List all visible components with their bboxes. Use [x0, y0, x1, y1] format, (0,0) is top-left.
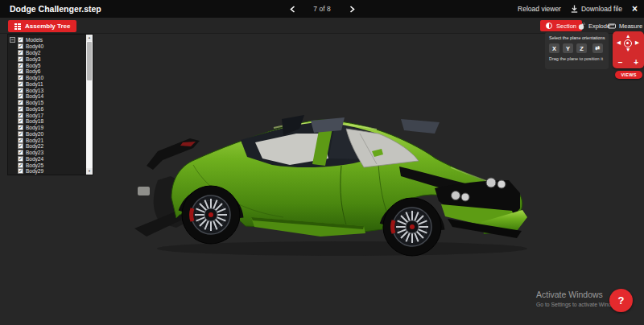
item-checkbox[interactable]: ✓: [18, 56, 23, 62]
tree-root-label: Models: [26, 37, 43, 43]
plane-panel-hint: Drag the plane to position it: [549, 56, 605, 61]
tree-item[interactable]: ✓ Body24: [18, 156, 43, 162]
tree-item[interactable]: ✓ Body29: [18, 168, 43, 175]
tree-item-label: Body3: [26, 56, 40, 62]
item-checkbox[interactable]: ✓: [18, 100, 23, 105]
tree-item-label: Body2: [26, 50, 40, 56]
assembly-tree-panel: − ✓ Models ✓ Body40 ✓ Body2: [7, 34, 93, 175]
tree-item-label: Body18: [26, 118, 43, 124]
tree-item[interactable]: ✓ Body3: [18, 56, 43, 63]
tree-item-label: Body20: [26, 131, 43, 137]
tree-item-label: Body25: [26, 162, 43, 168]
tree-item-label: Body29: [26, 168, 43, 174]
zoom-out-button[interactable]: −: [615, 59, 626, 67]
views-button[interactable]: VIEWS: [615, 71, 642, 79]
tree-item[interactable]: ✓ Body40: [18, 43, 43, 50]
item-checkbox[interactable]: ✓: [18, 118, 23, 124]
tree-item[interactable]: ✓ Body16: [18, 106, 43, 113]
tree-item-label: Body22: [26, 143, 43, 149]
tree-item[interactable]: ✓ Body17: [18, 112, 43, 118]
tree-scrollbar[interactable]: ▲ ▼: [86, 35, 93, 175]
tree-item-label: Body13: [26, 88, 43, 93]
item-checkbox[interactable]: ✓: [18, 168, 23, 174]
scroll-down-icon[interactable]: ▼: [86, 168, 93, 175]
tree-item[interactable]: ✓ Body21: [18, 137, 43, 143]
item-checkbox[interactable]: ✓: [18, 156, 23, 162]
tree-item-label: Body11: [26, 81, 43, 87]
scrollbar-thumb[interactable]: [87, 42, 92, 80]
collapse-icon[interactable]: −: [10, 37, 15, 43]
tree-item-label: Body16: [26, 106, 43, 112]
item-checkbox[interactable]: ✓: [18, 113, 23, 118]
item-checkbox[interactable]: ✓: [18, 43, 23, 49]
item-checkbox[interactable]: ✓: [18, 93, 23, 99]
help-button[interactable]: ?: [609, 289, 633, 312]
tree-item[interactable]: ✓ Body10: [18, 75, 43, 81]
view-navigation-pad: ▲ ◀ ▶ ▼ − +: [613, 31, 644, 68]
axis-button[interactable]: Z: [576, 43, 587, 53]
center-view-icon[interactable]: [624, 39, 632, 47]
section-plane-panel: Select the plane orientations X Y Z ⇄ Dr…: [545, 32, 609, 69]
tree-item[interactable]: ✓ Body18: [18, 118, 43, 125]
rotate-left-icon[interactable]: ◀: [617, 40, 621, 46]
item-checkbox[interactable]: ✓: [18, 81, 23, 87]
tree-item[interactable]: ✓ Body11: [18, 81, 43, 88]
tree-item-label: Body17: [26, 113, 43, 118]
root-checkbox[interactable]: ✓: [18, 37, 23, 43]
viewer-canvas[interactable]: − ✓ Models ✓ Body40 ✓ Body2: [0, 34, 644, 325]
item-checkbox[interactable]: ✓: [18, 88, 23, 93]
axis-button[interactable]: Y: [563, 43, 573, 53]
item-checkbox[interactable]: ✓: [18, 143, 23, 149]
tree-item-label: Body6: [26, 68, 40, 74]
rotate-right-icon[interactable]: ▶: [635, 40, 639, 46]
flip-plane-icon: ⇄: [596, 45, 601, 51]
step-viewer-window: Dodge Challenger.step 7 of 8 Reload view…: [0, 0, 644, 325]
item-checkbox[interactable]: ✓: [18, 150, 23, 155]
tree-item[interactable]: ✓ Body2: [18, 50, 43, 56]
item-checkbox[interactable]: ✓: [18, 68, 23, 74]
tree-item-label: Body10: [26, 75, 43, 80]
tree-item[interactable]: ✓ Body15: [18, 100, 43, 106]
tree-item[interactable]: ✓ Body20: [18, 131, 43, 138]
tree-item-label: Body14: [26, 93, 43, 99]
zoom-in-button[interactable]: +: [630, 59, 642, 67]
rotate-down-icon[interactable]: ▼: [625, 47, 630, 53]
tree-root-row[interactable]: − ✓ Models: [8, 35, 93, 43]
item-checkbox[interactable]: ✓: [18, 50, 23, 56]
item-checkbox[interactable]: ✓: [18, 106, 23, 112]
tree-item-label: Body15: [26, 100, 43, 105]
item-checkbox[interactable]: ✓: [18, 162, 23, 168]
tree-item-label: Body5: [26, 63, 40, 68]
tree-item[interactable]: ✓ Body23: [18, 150, 43, 156]
tree-item-label: Body40: [26, 43, 43, 49]
tree-item[interactable]: ✓ Body14: [18, 93, 43, 100]
tree-item[interactable]: ✓ Body6: [18, 68, 43, 75]
item-checkbox[interactable]: ✓: [18, 131, 23, 137]
tree-item-label: Body21: [26, 138, 43, 143]
scroll-up-icon[interactable]: ▲: [86, 35, 93, 41]
item-checkbox[interactable]: ✓: [18, 63, 23, 68]
tree-item[interactable]: ✓ Body19: [18, 125, 43, 131]
tree-item-label: Body19: [26, 125, 43, 130]
flip-plane-button[interactable]: ⇄: [592, 43, 603, 53]
tree-item-label: Body23: [26, 150, 43, 155]
rotate-up-icon[interactable]: ▲: [625, 34, 630, 39]
item-checkbox[interactable]: ✓: [18, 75, 23, 80]
zoom-controls: − +: [613, 59, 644, 67]
plane-panel-title: Select the plane orientations: [549, 35, 605, 40]
item-checkbox[interactable]: ✓: [18, 125, 23, 130]
tree-item[interactable]: ✓ Body13: [18, 87, 43, 93]
item-checkbox[interactable]: ✓: [18, 138, 23, 143]
tree-item[interactable]: ✓ Body25: [18, 162, 43, 168]
axis-button[interactable]: X: [549, 43, 559, 53]
tree-item[interactable]: ✓ Body5: [18, 62, 43, 68]
tree-item-list: ✓ Body40 ✓ Body2 ✓ Body3 ✓: [18, 43, 43, 175]
tree-item[interactable]: ✓ Body22: [18, 143, 43, 150]
tree-item-label: Body24: [26, 156, 43, 162]
